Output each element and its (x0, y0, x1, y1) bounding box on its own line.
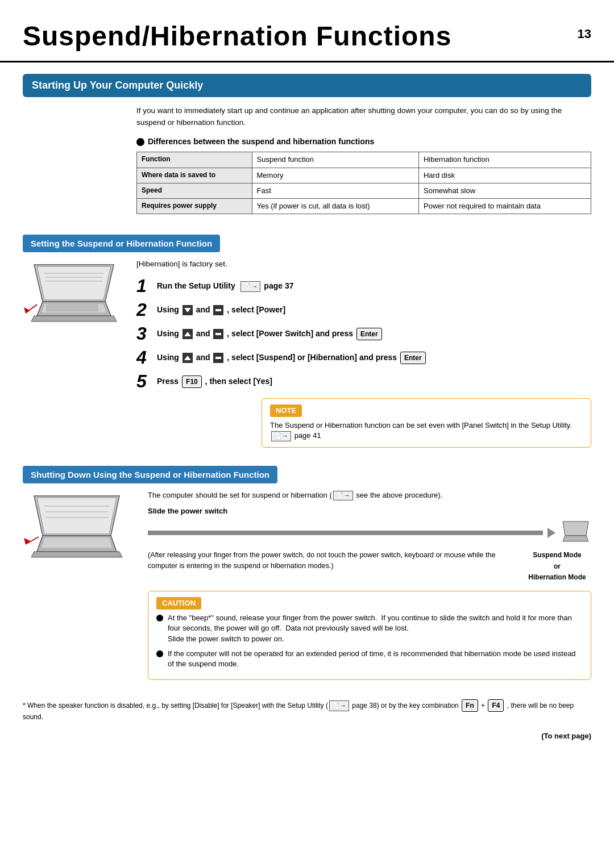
svg-marker-8 (31, 316, 117, 322)
step-4-content: Using and , select [Suspend] or [Hiberna… (157, 348, 427, 364)
page-header: Suspend/Hibernation Functions 13 (0, 0, 614, 62)
step-4: 4 Using and , select [Suspend] or [Hiber… (136, 348, 591, 366)
section3-header: Shutting Down Using the Suspend or Hiber… (23, 466, 277, 483)
row-where-suspend: Memory (252, 168, 418, 183)
mode-label-box: Suspend ModeorHibernation Mode (523, 550, 591, 583)
arrow-down-icon (182, 305, 193, 315)
svg-marker-34 (563, 536, 588, 541)
select2-icon (213, 329, 223, 339)
step-5: 5 Press F10 , then select [Yes] (136, 372, 591, 390)
footnote-ref-icon: 📄→ (329, 700, 349, 711)
step-5-number: 5 (136, 372, 152, 390)
shutdown-left-col (23, 490, 136, 688)
row-speed-hibernation: Somewhat slow (418, 183, 591, 198)
table-header-row: Function Suspend function Hibernation fu… (137, 152, 591, 168)
caution-text-1: At the "beep*" sound, release your finge… (168, 613, 583, 644)
step-2-number: 2 (136, 301, 152, 319)
svg-marker-1 (37, 266, 111, 300)
diff-table-wrap: Function Suspend function Hibernation fu… (136, 152, 591, 214)
page-title: Suspend/Hibernation Functions (23, 17, 451, 55)
caution-bullet-2 (156, 650, 163, 657)
row-where-label: Where data is saved to (137, 168, 252, 183)
down-btn2-icon (213, 305, 223, 315)
enter-key-1: Enter (356, 328, 382, 340)
table-row: Requires power supply Yes (if power is c… (137, 199, 591, 214)
differences-text: Differences between the suspend and hibe… (148, 136, 374, 148)
row-speed-label: Speed (137, 183, 252, 198)
arrow-head (547, 528, 555, 538)
step-2: 2 Using and , select [Power] (136, 301, 591, 319)
intro-area: If you want to immediately start up and … (23, 105, 591, 224)
row-speed-suspend: Fast (252, 183, 418, 198)
svg-marker-29 (41, 537, 113, 548)
page-number: 13 (578, 26, 591, 43)
svg-rect-14 (215, 309, 221, 311)
note-text: The Suspend or Hibernation function can … (270, 420, 583, 441)
section2-left (23, 259, 136, 342)
differences-label: Differences between the suspend and hibe… (136, 136, 591, 148)
caution-item-2: If the computer will not be operated for… (156, 649, 583, 669)
arrow-up-icon (182, 329, 193, 339)
mode-label: Suspend ModeorHibernation Mode (528, 551, 586, 581)
laptop-illustration (23, 259, 125, 339)
caution-label: CAUTION (156, 597, 201, 610)
factory-note: [Hibernation] is factory set. (136, 259, 591, 270)
col-suspend-header: Suspend function (252, 152, 418, 168)
shutdown-ref-icon: 📄→ (333, 491, 353, 500)
step-1-content: Run the Setup Utility 📄→ page 37 (157, 277, 293, 292)
svg-marker-33 (563, 521, 588, 536)
section2-header: Setting the Suspend or Hibernation Funct… (23, 235, 220, 252)
caution-box: CAUTION At the "beep*" sound, release yo… (148, 591, 591, 680)
right-col: If you want to immediately start up and … (136, 105, 591, 224)
diff-table: Function Suspend function Hibernation fu… (136, 152, 591, 214)
shutdown-full: The computer should be set for suspend o… (23, 490, 591, 688)
step-3-number: 3 (136, 324, 152, 343)
select-icon (213, 305, 223, 315)
laptop-sketch-2 (23, 490, 131, 570)
footnote-text: * When the speaker function is disabled,… (23, 699, 591, 722)
arrow-line (148, 531, 543, 535)
page-ref-icon-1: 📄→ (240, 281, 260, 292)
shutdown-intro: The computer should be set for suspend o… (148, 490, 591, 500)
step-3: 3 Using and , select [Power Switch] and … (136, 324, 591, 343)
section1-header: Starting Up Your Computer Quickly (23, 74, 591, 97)
note-ref: page 41 (294, 431, 321, 440)
table-row: Where data is saved to Memory Hard disk (137, 168, 591, 183)
note-box: NOTE The Suspend or Hibernation function… (262, 398, 591, 448)
step-4-number: 4 (136, 348, 152, 366)
step-1: 1 Run the Setup Utility 📄→ page 37 (136, 277, 591, 295)
row-where-hibernation: Hard disk (418, 168, 591, 183)
col-hibernation-header: Hibernation function (418, 152, 591, 168)
enter-key-2: Enter (400, 352, 426, 364)
svg-marker-30 (31, 552, 122, 557)
to-next-page: (To next page) (23, 731, 591, 741)
table-row: Speed Fast Somewhat slow (137, 183, 591, 198)
note-label: NOTE (270, 404, 302, 417)
up2-icon-svg (182, 353, 193, 363)
down-btn-icon (182, 305, 193, 315)
intro-text: If you want to immediately start up and … (136, 105, 591, 128)
up2-icon (182, 353, 193, 363)
laptop-mini-icon (560, 520, 591, 545)
slide-switch-label: Slide the power switch (148, 506, 591, 516)
select3-icon-svg (213, 353, 223, 363)
arrow-diagram (148, 520, 591, 545)
svg-rect-22 (215, 357, 221, 359)
shutdown-para: (After releasing your finger from the po… (148, 550, 512, 571)
section-starting-up: Starting Up Your Computer Quickly If you… (23, 74, 591, 224)
caution-bullet-1 (156, 615, 163, 621)
footnote-area: * When the speaker function is disabled,… (23, 699, 591, 722)
row-power-suspend: Yes (if power is cut, all data is lost) (252, 199, 418, 214)
svg-rect-7 (47, 304, 98, 311)
caution-item-1: At the "beep*" sound, release your finge… (156, 613, 583, 644)
svg-marker-10 (24, 307, 30, 313)
section-setting: Setting the Suspend or Hibernation Funct… (23, 235, 591, 456)
svg-rect-18 (215, 333, 221, 335)
section-shutdown: Shutting Down Using the Suspend or Hiber… (23, 466, 591, 741)
select2-icon-svg (213, 329, 223, 339)
col-function: Function (137, 152, 252, 168)
row-power-hibernation: Power not required to maintain data (418, 199, 591, 214)
section2-intro-area: [Hibernation] is factory set. 1 Run the … (23, 259, 591, 456)
f4-key: F4 (488, 699, 504, 712)
content-area: Starting Up Your Computer Quickly If you… (0, 62, 614, 761)
